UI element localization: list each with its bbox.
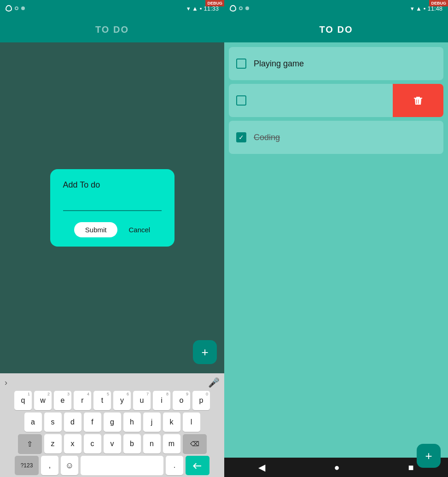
key-g[interactable]: g [104, 412, 121, 432]
key-c[interactable]: c [84, 434, 101, 453]
status-left-icons [6, 5, 25, 12]
key-n[interactable]: n [143, 434, 161, 453]
key-m[interactable]: m [163, 434, 180, 453]
right-debug-badge: DEBUG [429, 0, 448, 6]
right-wifi-icon: ▾ [411, 5, 414, 12]
submit-button[interactable]: Submit [74, 222, 118, 237]
key-b[interactable]: b [123, 434, 141, 453]
todo-item-2-content [229, 95, 393, 106]
left-status-bar: ▾ ▲ ▪ 11:33 DEBUG [0, 0, 224, 17]
debug-badge: DEBUG [205, 0, 224, 6]
key-y[interactable]: 6y [113, 391, 131, 410]
checkbox-2[interactable] [236, 95, 246, 106]
key-row-2: a s d f g h j k l [2, 412, 222, 432]
key-t[interactable]: 5t [93, 391, 111, 410]
nav-back-icon[interactable]: ◀ [258, 462, 265, 473]
key-v[interactable]: v [104, 434, 121, 453]
key-f[interactable]: f [84, 412, 101, 432]
key-row-4: ?123 , ☺ . [2, 456, 222, 475]
key-a[interactable]: a [24, 412, 42, 432]
key-h[interactable]: h [123, 412, 141, 432]
keyboard-top-row: › 🎤 [2, 377, 222, 388]
right-fab[interactable]: + [417, 444, 441, 468]
key-k[interactable]: k [163, 412, 180, 432]
trash-icon [413, 95, 424, 106]
right-toolbar: TO DO [224, 17, 448, 42]
left-toolbar-title: TO DO [95, 24, 129, 35]
key-comma[interactable]: , [41, 456, 58, 475]
left-screen: ▾ ▲ ▪ 11:33 DEBUG TO DO Add To do Submit… [0, 0, 224, 477]
dialog-input[interactable] [63, 198, 162, 211]
nav-home-icon[interactable]: ● [334, 462, 339, 473]
delete-button-2[interactable] [393, 84, 443, 117]
key-backspace[interactable]: ⌫ [183, 434, 207, 453]
key-l[interactable]: l [183, 412, 200, 432]
left-body: Add To do Submit Cancel + [0, 42, 224, 373]
right-status-bar: ▾ ▲ ▪ 11:48 DEBUG [224, 0, 448, 17]
key-s[interactable]: s [44, 412, 62, 432]
check-icon: ✓ [239, 134, 244, 141]
key-space[interactable] [81, 456, 163, 475]
todo-text-1: Playing game [254, 59, 304, 69]
right-nav-bar: ◀ ● ■ [224, 458, 448, 477]
key-shift[interactable]: ⇧ [18, 434, 42, 453]
todo-item-3[interactable]: ✓ Coding [229, 121, 443, 154]
right-shield-icon [230, 5, 236, 12]
keyboard[interactable]: › 🎤 1q 2w 3e 4r 5t 6y 7u 8i 9o 0p [0, 373, 224, 477]
right-dot-1 [239, 6, 243, 10]
key-rows: 1q 2w 3e 4r 5t 6y 7u 8i 9o 0p a s d f [2, 391, 222, 475]
right-screen: ▾ ▲ ▪ 11:48 DEBUG TO DO Playing game [224, 0, 448, 477]
todo-item-2[interactable] [229, 84, 443, 117]
key-j[interactable]: j [143, 412, 161, 432]
todo-item-1[interactable]: Playing game [229, 47, 443, 80]
key-d[interactable]: d [64, 412, 81, 432]
checkbox-3[interactable]: ✓ [236, 132, 246, 142]
key-w[interactable]: 2w [34, 391, 52, 410]
enter-icon [193, 462, 202, 469]
nav-recents-icon[interactable]: ■ [408, 462, 413, 473]
left-fab[interactable]: + [193, 340, 217, 364]
dialog-title: Add To do [63, 180, 162, 190]
key-emoji[interactable]: ☺ [61, 456, 78, 475]
dot-icon-2 [21, 6, 25, 10]
dot-icon [15, 6, 18, 10]
right-fab-icon: + [425, 449, 432, 463]
key-u[interactable]: 7u [133, 391, 151, 410]
add-todo-dialog: Add To do Submit Cancel [50, 169, 175, 247]
key-q[interactable]: 1q [14, 391, 32, 410]
keyboard-expand-icon[interactable]: › [5, 378, 7, 388]
key-o[interactable]: 9o [173, 391, 190, 410]
cancel-button[interactable]: Cancel [128, 222, 150, 237]
signal-icon: ▲ [192, 5, 198, 12]
right-battery-icon: ▪ [424, 5, 426, 12]
right-dot-2 [245, 6, 249, 10]
key-row-3: ⇧ z x c v b n m ⌫ [2, 434, 222, 453]
key-p[interactable]: 0p [192, 391, 210, 410]
microphone-icon[interactable]: 🎤 [208, 377, 220, 388]
shield-icon [6, 5, 12, 12]
right-toolbar-title: TO DO [320, 24, 353, 35]
right-status-left [230, 5, 249, 12]
wifi-icon: ▾ [187, 5, 190, 12]
key-z[interactable]: z [44, 434, 62, 453]
key-period[interactable]: . [166, 456, 183, 475]
dialog-buttons: Submit Cancel [63, 222, 162, 237]
key-enter[interactable] [186, 456, 209, 475]
key-numbers[interactable]: ?123 [15, 456, 39, 475]
right-signal-icon: ▲ [416, 5, 422, 12]
key-x[interactable]: x [64, 434, 81, 453]
checkbox-1[interactable] [236, 59, 246, 69]
left-toolbar: TO DO [0, 17, 224, 42]
key-i[interactable]: 8i [153, 391, 170, 410]
right-body: Playing game ✓ Coding [224, 42, 448, 458]
key-r[interactable]: 4r [74, 391, 91, 410]
key-e[interactable]: 3e [54, 391, 71, 410]
battery-icon: ▪ [200, 5, 202, 12]
fab-icon: + [201, 345, 208, 359]
key-row-1: 1q 2w 3e 4r 5t 6y 7u 8i 9o 0p [2, 391, 222, 410]
todo-text-3: Coding [254, 133, 280, 142]
